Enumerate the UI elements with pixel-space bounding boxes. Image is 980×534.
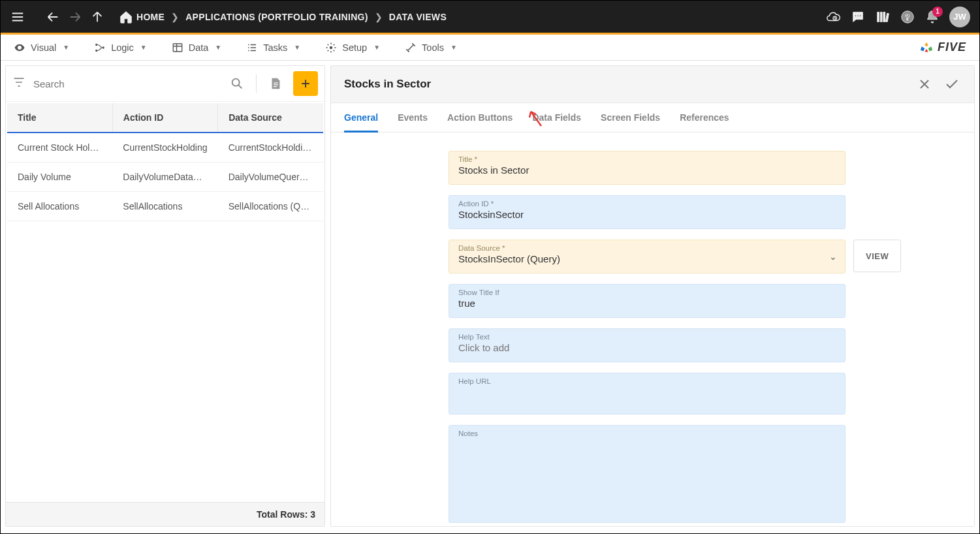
search-input[interactable] [31,74,219,93]
svg-point-12 [103,46,104,48]
main-split: + Title Action ID Data Source Current St… [1,61,979,531]
table-row[interactable]: Sell AllocationsSellAllocationsSellAlloc… [7,192,323,221]
field-action-id[interactable]: Action ID * StocksinSector [449,195,846,229]
help-icon[interactable]: ? [900,9,915,25]
left-panel: + Title Action ID Data Source Current St… [5,65,325,527]
chevron-down-icon: ⌄ [829,251,837,262]
field-title[interactable]: Title * Stocks in Sector [449,151,846,185]
col-source[interactable]: Data Source [218,103,323,133]
svg-text:?: ? [905,12,909,22]
menu-tools[interactable]: Tools▼ [405,42,457,54]
svg-rect-13 [173,44,182,52]
tab-action-buttons[interactable]: Action Buttons [447,103,513,132]
table-row[interactable]: Current Stock Holdi…CurrentStockHoldingC… [7,133,323,163]
tab-events[interactable]: Events [398,103,428,132]
page-title: Stocks in Sector [344,78,431,91]
check-icon[interactable] [943,75,961,93]
crumb-home[interactable]: HOME [136,12,165,22]
avatar[interactable]: JW [949,7,970,27]
menu-logic[interactable]: Logic▼ [94,42,147,54]
notification-badge: 1 [932,7,943,17]
grid-footer: Total Rows: 3 [6,502,324,526]
chat-icon[interactable] [850,9,866,25]
left-toolbar: + [6,66,324,102]
view-button[interactable]: VIEW [853,240,901,272]
form-area: Title * Stocks in Sector Action ID * Sto… [331,133,974,526]
svg-point-14 [330,46,333,49]
search-icon[interactable] [225,71,249,96]
library-icon[interactable] [875,9,891,25]
cloud-sync-icon[interactable] [825,9,841,25]
chevron-right-icon: ❯ [171,12,179,22]
tabs: General Events Action Buttons Data Field… [331,103,974,133]
menu-data[interactable]: Data▼ [172,42,222,54]
table-row[interactable]: Daily VolumeDailyVolumeDataVi…DailyVolum… [7,163,323,192]
tab-screen-fields[interactable]: Screen Fields [601,103,660,132]
filter-icon[interactable] [12,76,25,91]
col-title[interactable]: Title [7,103,112,133]
data-grid: Title Action ID Data Source Current Stoc… [7,103,323,221]
menu-setup[interactable]: Setup▼ [325,42,380,54]
svg-point-11 [95,49,97,51]
right-panel: Stocks in Sector General Events Action B… [330,65,975,527]
svg-rect-5 [880,12,882,22]
menubar: Visual▼ Logic▼ Data▼ Tasks▼ Setup▼ Tools… [1,35,979,61]
close-icon[interactable] [915,75,934,93]
svg-point-10 [95,43,97,45]
field-data-source[interactable]: Data Source * StocksInSector (Query) ⌄ [449,240,846,274]
back-icon[interactable] [45,9,61,25]
field-notes[interactable]: Notes [449,425,846,523]
menu-visual[interactable]: Visual▼ [14,42,69,54]
col-action[interactable]: Action ID [112,103,217,133]
svg-point-3 [860,15,861,16]
tab-references[interactable]: References [680,103,729,132]
svg-point-1 [855,15,856,16]
topbar: HOME ❯ APPLICATIONS (PORTFOLIO TRAINING)… [1,1,979,35]
brand-logo: FIVE [919,40,966,55]
chevron-right-icon: ❯ [375,12,383,22]
field-show-title-if[interactable]: Show Title If true [449,284,846,318]
crumb-applications[interactable]: APPLICATIONS (PORTFOLIO TRAINING) [185,12,368,22]
svg-rect-4 [877,12,879,22]
svg-point-2 [857,15,859,16]
hamburger-icon[interactable] [10,9,25,25]
document-icon[interactable] [263,71,288,96]
breadcrumb: HOME ❯ APPLICATIONS (PORTFOLIO TRAINING)… [118,9,447,25]
svg-rect-6 [883,12,885,22]
tab-data-fields[interactable]: Data Fields [532,103,581,132]
home-icon[interactable] [118,9,134,25]
add-button[interactable]: + [293,71,318,96]
svg-point-15 [232,79,240,86]
field-help-url[interactable]: Help URL [449,373,846,415]
forward-icon [67,9,83,25]
crumb-dataviews[interactable]: DATA VIEWS [389,12,447,22]
notification-icon[interactable]: 1 [925,9,940,25]
svg-rect-7 [885,13,889,22]
field-help-text[interactable]: Help Text Click to add [449,328,846,362]
menu-tasks[interactable]: Tasks▼ [246,42,300,54]
up-icon[interactable] [89,9,105,25]
tab-general[interactable]: General [344,103,378,133]
